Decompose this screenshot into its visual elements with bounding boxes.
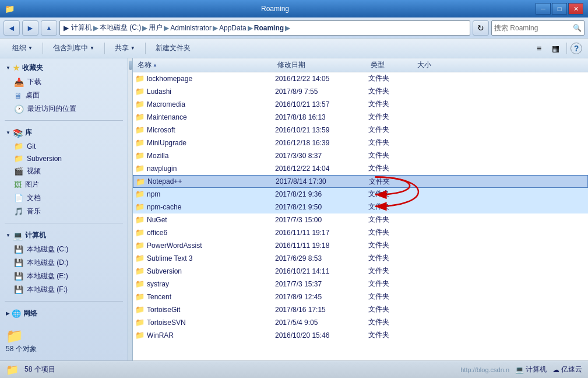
path-appdata[interactable]: AppData bbox=[219, 24, 247, 32]
maximize-button[interactable]: □ bbox=[552, 3, 567, 15]
path-computer[interactable]: 计算机 bbox=[71, 23, 92, 33]
sidebar-item-documents[interactable]: 📄 文档 bbox=[0, 191, 128, 205]
file-name: Sublime Text 3 bbox=[147, 254, 275, 262]
sidebar-header-computer[interactable]: ▼ 💻 计算机 bbox=[0, 228, 128, 243]
search-box[interactable]: 🔍 bbox=[491, 20, 585, 36]
view-list-button[interactable]: ≡ bbox=[531, 41, 547, 55]
table-row[interactable]: 📁 Sublime Text 3 2017/6/29 8:53 文件夹 bbox=[133, 252, 588, 265]
table-row[interactable]: 📁 lockhomepage 2016/12/22 14:05 文件夹 bbox=[133, 72, 588, 85]
refresh-button[interactable]: ↻ bbox=[473, 20, 489, 36]
table-row[interactable]: 📁 npm 2017/8/21 9:36 文件夹 bbox=[133, 188, 588, 201]
path-users[interactable]: 用户 bbox=[149, 23, 163, 33]
table-row[interactable]: 📁 WinRAR 2016/10/20 15:46 文件夹 bbox=[133, 329, 588, 342]
table-row[interactable]: 📁 MiniUpgrade 2016/12/18 16:39 文件夹 bbox=[133, 136, 588, 149]
sidebar-header-network[interactable]: ▶ 🌐 网络 bbox=[0, 306, 128, 321]
col-header-date[interactable]: 修改日期 bbox=[275, 58, 368, 72]
table-row[interactable]: 📁 systray 2017/7/3 15:37 文件夹 bbox=[133, 278, 588, 290]
file-type: 文件夹 bbox=[368, 304, 415, 314]
libraries-arrow: ▼ bbox=[6, 130, 10, 135]
col-header-name[interactable]: 名称 ▲ bbox=[135, 58, 275, 72]
organize-button[interactable]: 组织 ▼ bbox=[6, 41, 39, 56]
help-button[interactable]: ? bbox=[571, 43, 582, 54]
sidebar-scroll-thumb[interactable] bbox=[129, 61, 132, 70]
sidebar-item-music[interactable]: 🎵 音乐 bbox=[0, 205, 128, 218]
path-segment: ▶ bbox=[64, 24, 69, 32]
up-button[interactable]: ▲ bbox=[41, 20, 57, 36]
file-date: 2017/7/3 15:37 bbox=[275, 280, 368, 288]
star-icon: ★ bbox=[13, 64, 20, 72]
file-date: 2017/6/29 8:53 bbox=[275, 254, 368, 262]
table-row[interactable]: 📁 office6 2016/11/11 19:17 文件夹 bbox=[133, 226, 588, 239]
include-library-button[interactable]: 包含到库中 ▼ bbox=[47, 41, 101, 56]
include-label: 包含到库中 bbox=[53, 43, 88, 53]
file-type: 文件夹 bbox=[368, 279, 415, 289]
table-row[interactable]: 📁 Macromedia 2016/10/21 13:57 文件夹 bbox=[133, 98, 588, 111]
table-row[interactable]: 📁 navplugin 2016/12/22 14:04 文件夹 bbox=[133, 162, 588, 175]
forward-button[interactable]: ► bbox=[22, 20, 38, 36]
file-folder-icon: 📁 bbox=[135, 228, 145, 237]
minimize-button[interactable]: ─ bbox=[536, 3, 551, 15]
table-row[interactable]: 📁 Maintenance 2017/8/18 16:13 文件夹 bbox=[133, 111, 588, 124]
file-name: systray bbox=[147, 280, 275, 288]
path-roaming[interactable]: Roaming bbox=[254, 24, 284, 32]
file-date: 2016/12/22 14:05 bbox=[275, 75, 368, 83]
table-row[interactable]: 📁 TortoiseSVN 2017/5/4 9:05 文件夹 bbox=[133, 316, 588, 329]
file-folder-icon: 📁 bbox=[135, 305, 145, 314]
new-folder-button[interactable]: 新建文件夹 bbox=[149, 41, 197, 56]
sidebar-item-drive-e[interactable]: 💾 本地磁盘 (E:) bbox=[0, 270, 128, 283]
file-type: 文件夹 bbox=[368, 99, 415, 109]
status-computer-section: 💻 计算机 bbox=[515, 365, 547, 374]
table-row[interactable]: 📁 Notepad++ 2017/8/14 17:30 文件夹 bbox=[133, 175, 588, 188]
sidebar-scrollbar[interactable] bbox=[128, 58, 133, 360]
sidebar-item-images[interactable]: 🖼 图片 bbox=[0, 178, 128, 191]
favorites-label: 收藏夹 bbox=[22, 63, 43, 73]
file-folder-icon: 📁 bbox=[135, 215, 145, 224]
col-header-type[interactable]: 类型 bbox=[368, 58, 415, 72]
table-row[interactable]: 📁 npm-cache 2017/8/21 9:50 文件夹 bbox=[133, 201, 588, 214]
sidebar-header-favorites[interactable]: ▼ ★ 收藏夹 bbox=[0, 61, 128, 75]
images-label: 图片 bbox=[25, 180, 39, 190]
address-path[interactable]: ▶ 计算机 ▶ 本地磁盘 (C:) ▶ 用户 ▶ Administrator ▶… bbox=[59, 20, 470, 36]
table-row[interactable]: 📁 TortoiseGit 2017/8/16 17:15 文件夹 bbox=[133, 303, 588, 316]
file-date: 2016/11/11 19:17 bbox=[275, 229, 368, 237]
sidebar-item-drive-d[interactable]: 💾 本地磁盘 (D:) bbox=[0, 256, 128, 270]
sidebar: ▼ ★ 收藏夹 📥 下载 🖥 桌面 🕐 最近访问的位置 ▼ 📚 bbox=[0, 58, 128, 360]
table-row[interactable]: 📁 Subversion 2016/10/21 14:11 文件夹 bbox=[133, 265, 588, 278]
sidebar-item-video[interactable]: 🎬 视频 bbox=[0, 164, 128, 178]
sidebar-item-subversion[interactable]: 📁 Subversion bbox=[0, 152, 128, 164]
share-arrow: ▼ bbox=[131, 46, 135, 51]
table-row[interactable]: 📁 Microsoft 2016/10/21 13:59 文件夹 bbox=[133, 124, 588, 136]
table-row[interactable]: 📁 PowerWordAssist 2016/11/11 19:18 文件夹 bbox=[133, 239, 588, 252]
table-row[interactable]: 📁 Mozilla 2017/3/30 8:37 文件夹 bbox=[133, 149, 588, 162]
documents-label: 文档 bbox=[27, 193, 41, 203]
drive-e-icon: 💾 bbox=[14, 272, 23, 281]
search-input[interactable] bbox=[494, 24, 573, 32]
path-drive[interactable]: 本地磁盘 (C:) bbox=[100, 23, 141, 33]
share-button[interactable]: 共享 ▼ bbox=[108, 41, 142, 56]
view-tiles-button[interactable]: ▦ bbox=[548, 41, 563, 55]
sidebar-divider-3 bbox=[5, 301, 123, 302]
file-date: 2017/8/9 7:55 bbox=[275, 88, 368, 96]
sidebar-item-recent[interactable]: 🕐 最近访问的位置 bbox=[0, 102, 128, 116]
file-type: 文件夹 bbox=[368, 138, 415, 148]
sidebar-item-git[interactable]: 📁 Git bbox=[0, 140, 128, 152]
close-button[interactable]: ✕ bbox=[568, 3, 583, 15]
table-row[interactable]: 📁 Ludashi 2017/8/9 7:55 文件夹 bbox=[133, 85, 588, 98]
table-row[interactable]: 📁 NuGet 2017/7/3 15:00 文件夹 bbox=[133, 214, 588, 226]
file-type: 文件夹 bbox=[368, 125, 415, 135]
sidebar-item-downloads[interactable]: 📥 下载 bbox=[0, 75, 128, 89]
sidebar-item-drive-c[interactable]: 💾 本地磁盘 (C:) bbox=[0, 243, 128, 256]
back-button[interactable]: ◄ bbox=[3, 20, 20, 36]
file-list: 📁 lockhomepage 2016/12/22 14:05 文件夹 📁 Lu… bbox=[133, 72, 588, 360]
sidebar-header-libraries[interactable]: ▼ 📚 库 bbox=[0, 125, 128, 140]
col-header-size[interactable]: 大小 bbox=[415, 58, 462, 72]
video-icon: 🎬 bbox=[14, 167, 23, 176]
path-admin[interactable]: Administrator bbox=[170, 24, 212, 32]
table-row[interactable]: 📁 Tencent 2017/8/9 12:45 文件夹 bbox=[133, 290, 588, 303]
sidebar-item-drive-f[interactable]: 💾 本地磁盘 (F:) bbox=[0, 283, 128, 296]
recent-icon: 🕐 bbox=[14, 104, 24, 114]
sidebar-item-desktop[interactable]: 🖥 桌面 bbox=[0, 89, 128, 102]
file-type: 文件夹 bbox=[368, 189, 415, 199]
sidebar-section-libraries: ▼ 📚 库 📁 Git 📁 Subversion 🎬 视频 🖼 图片 📄 bbox=[0, 123, 128, 220]
libraries-label: 库 bbox=[25, 128, 32, 138]
